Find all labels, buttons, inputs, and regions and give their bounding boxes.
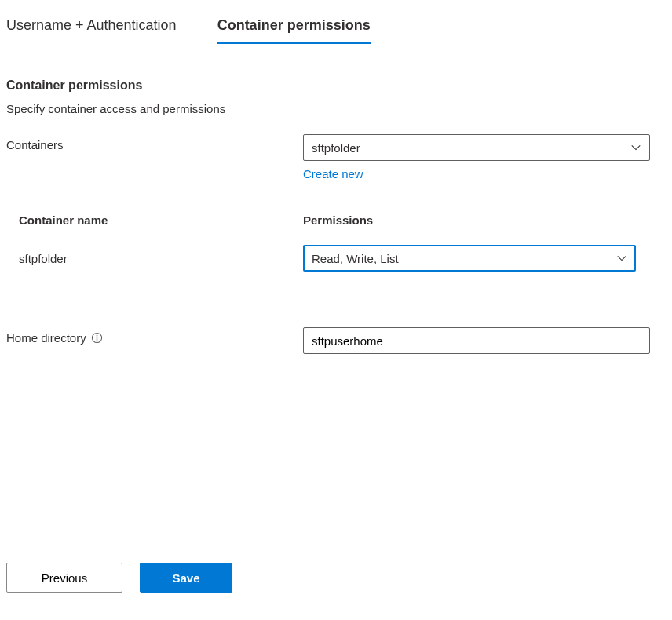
footer: Previous Save [6, 531, 666, 593]
column-permissions: Permissions [303, 213, 653, 227]
section-title: Container permissions [6, 78, 666, 93]
containers-selected-value: sftpfolder [312, 141, 360, 155]
home-directory-label: Home directory [6, 331, 86, 345]
tab-container-permissions[interactable]: Container permissions [217, 17, 371, 44]
containers-label: Containers [6, 134, 303, 151]
svg-point-1 [97, 335, 98, 337]
table-row: sftpfolder Read, Write, List [6, 235, 666, 283]
home-directory-input[interactable] [303, 327, 650, 354]
containers-select[interactable]: sftpfolder [303, 134, 650, 161]
home-directory-field: Home directory [6, 327, 666, 354]
chevron-down-icon [616, 253, 627, 264]
containers-field: Containers sftpfolder Create new [6, 134, 666, 181]
svg-rect-2 [97, 337, 97, 341]
permissions-table: Container name Permissions sftpfolder Re… [6, 206, 666, 283]
previous-button[interactable]: Previous [6, 563, 122, 593]
section-description: Specify container access and permissions [6, 102, 666, 115]
create-new-link[interactable]: Create new [303, 167, 363, 181]
cell-container-name: sftpfolder [19, 252, 303, 265]
save-button[interactable]: Save [140, 563, 232, 593]
table-header: Container name Permissions [6, 206, 666, 235]
tabs: Username + Authentication Container perm… [6, 6, 666, 44]
permissions-select[interactable]: Read, Write, List [303, 245, 636, 272]
tab-username-auth[interactable]: Username + Authentication [6, 17, 177, 44]
permissions-selected-value: Read, Write, List [312, 252, 399, 265]
info-icon[interactable] [91, 332, 104, 345]
chevron-down-icon [630, 142, 641, 153]
column-container-name: Container name [19, 213, 303, 227]
